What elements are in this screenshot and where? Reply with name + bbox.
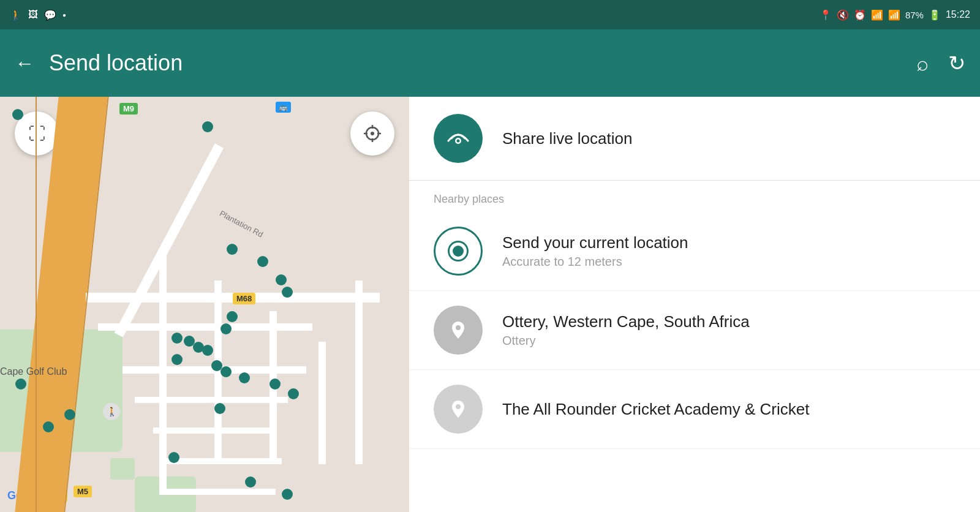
road-badge-m5: M5	[74, 486, 92, 497]
status-bar-left: 🚶 🖼 💬 ●	[10, 9, 66, 21]
status-bar: 🚶 🖼 💬 ● 📍 🔇 ⏰ 📶 📶 87% 🔋 15:22	[0, 0, 980, 29]
wifi-icon: 📶	[871, 9, 883, 21]
share-live-icon	[434, 114, 483, 163]
location-dot	[214, 403, 225, 414]
page-title: Send location	[49, 50, 916, 76]
current-location-text: Send your current location Accurate to 1…	[502, 233, 688, 269]
current-location-dot	[450, 243, 467, 260]
current-location-icon	[434, 227, 483, 276]
location-dot	[12, 109, 23, 120]
location-dot	[221, 323, 232, 334]
location-dot	[221, 366, 232, 377]
live-location-icon	[445, 125, 472, 152]
main-content: M9 M68 M5 🚌 Cape Golf Club Plantation Rd…	[0, 97, 980, 512]
golf-club-label: Cape Golf Club	[0, 366, 67, 377]
dot-icon: ●	[62, 12, 66, 18]
share-live-location-item[interactable]: Share live location	[409, 97, 980, 181]
location-dot	[172, 333, 183, 344]
toolbar-icons: ⌕ ↻	[916, 51, 965, 75]
current-location-item[interactable]: Send your current location Accurate to 1…	[409, 212, 980, 291]
crosshair-icon	[363, 124, 382, 143]
signal-icon: 📶	[888, 9, 900, 21]
place-subtitle-0: Ottery	[502, 334, 750, 348]
location-dot	[282, 489, 293, 500]
location-dot	[276, 274, 287, 285]
mute-icon: 🔇	[837, 9, 849, 21]
road-badge-m9: M9	[119, 103, 138, 115]
location-dot	[43, 421, 54, 432]
place-item-1[interactable]: The All Rounder Cricket Academy & Cricke…	[409, 370, 980, 449]
current-location-subtitle: Accurate to 12 meters	[502, 255, 688, 269]
person-walking-icon: 🚶	[10, 9, 22, 21]
place-icon-1	[434, 385, 483, 434]
location-dot	[282, 287, 293, 298]
place-title-0: Ottery, Western Cape, South Africa	[502, 312, 750, 331]
location-dot	[239, 372, 250, 383]
location-dot	[227, 311, 238, 322]
place-pin-icon-1	[447, 398, 469, 420]
locate-button[interactable]	[350, 111, 394, 156]
share-live-label: Share live location	[502, 129, 632, 148]
place-text-1: The All Rounder Cricket Academy & Cricke…	[502, 400, 809, 419]
battery-percent: 87%	[905, 10, 924, 20]
refresh-button[interactable]: ↻	[948, 51, 965, 75]
road-badge-m68: M68	[233, 293, 255, 304]
location-dot	[257, 256, 268, 267]
current-location-title: Send your current location	[502, 233, 688, 252]
location-dot	[168, 452, 179, 463]
place-item-0[interactable]: Ottery, Western Cape, South Africa Otter…	[409, 291, 980, 370]
search-button[interactable]: ⌕	[916, 51, 929, 75]
location-dot	[288, 388, 299, 399]
alarm-icon: ⏰	[854, 9, 866, 21]
svg-point-9	[456, 404, 461, 409]
place-text-0: Ottery, Western Cape, South Africa Otter…	[502, 312, 750, 348]
right-panel: Share live location Nearby places Send y…	[409, 97, 980, 512]
svg-point-8	[456, 325, 461, 330]
expand-icon: ⛶	[28, 124, 45, 144]
whatsapp-icon: 💬	[44, 9, 56, 21]
bus-stop-icon: 🚌	[276, 102, 291, 113]
image-icon: 🖼	[28, 9, 38, 20]
nearby-places-label: Nearby places	[409, 181, 980, 212]
location-dot	[227, 244, 238, 255]
status-bar-right: 📍 🔇 ⏰ 📶 📶 87% 🔋 15:22	[820, 9, 970, 21]
toolbar: ← Send location ⌕ ↻	[0, 29, 980, 97]
svg-point-7	[457, 140, 460, 143]
svg-point-1	[371, 132, 374, 135]
map-background: M9 M68 M5 🚌 Cape Golf Club Plantation Rd…	[0, 97, 409, 512]
time-display: 15:22	[946, 9, 970, 20]
map-area[interactable]: M9 M68 M5 🚌 Cape Golf Club Plantation Rd…	[0, 97, 409, 512]
location-dot	[172, 354, 183, 365]
location-dot	[15, 378, 26, 390]
place-icon-0	[434, 306, 483, 355]
location-dot	[202, 345, 213, 356]
back-button[interactable]: ←	[15, 52, 34, 75]
location-dot	[270, 378, 281, 390]
place-title-1: The All Rounder Cricket Academy & Cricke…	[502, 400, 809, 419]
location-dot	[64, 409, 75, 420]
location-pin-status-icon: 📍	[820, 9, 832, 21]
battery-icon: 🔋	[929, 9, 941, 21]
place-pin-icon-0	[447, 319, 469, 341]
location-dot	[245, 476, 256, 488]
walking-icon: 🚶	[103, 403, 120, 420]
location-dot	[202, 121, 213, 132]
